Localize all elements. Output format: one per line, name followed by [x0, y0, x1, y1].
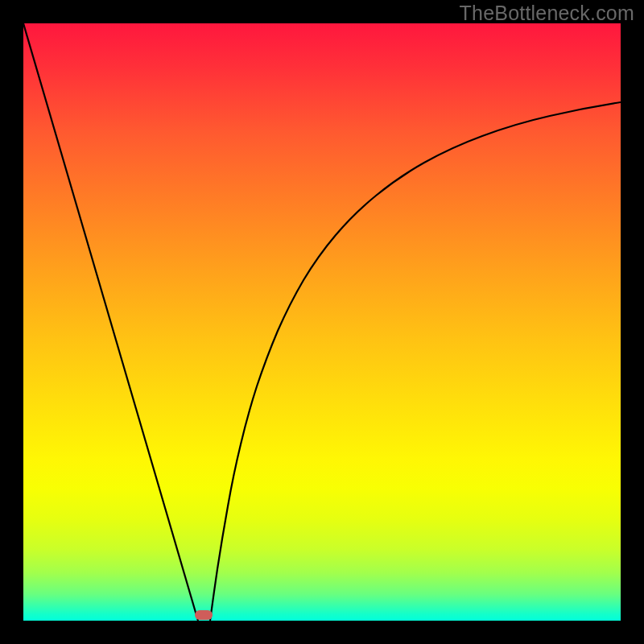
plot-area [23, 23, 621, 621]
bottleneck-marker [195, 610, 213, 620]
curve-right-branch [210, 102, 621, 621]
curve-svg [23, 23, 621, 621]
watermark-text: TheBottleneck.com [460, 2, 634, 25]
outer-frame: TheBottleneck.com [0, 0, 644, 644]
curve-left-branch [23, 23, 198, 621]
